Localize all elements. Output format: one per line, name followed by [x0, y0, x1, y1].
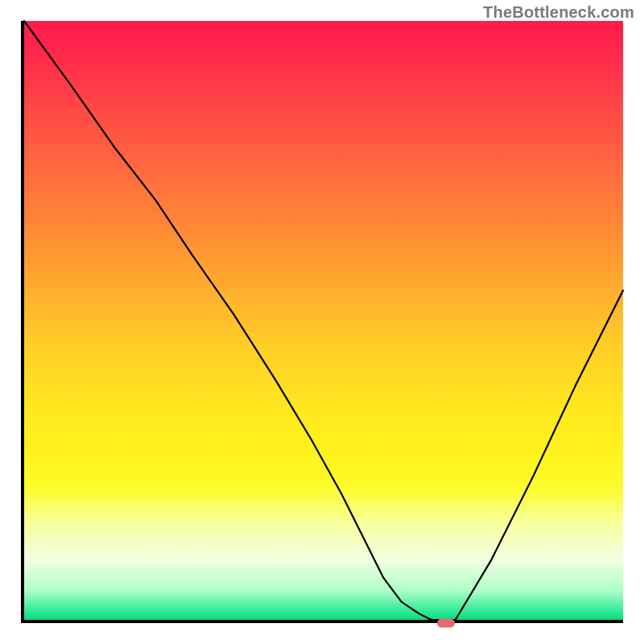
- plot-area: [21, 21, 623, 623]
- watermark-text: TheBottleneck.com: [483, 3, 634, 22]
- chart-container: TheBottleneck.com: [0, 0, 644, 644]
- optimal-marker: [437, 619, 455, 628]
- bottleneck-curve: [24, 21, 623, 620]
- curve-svg: [24, 21, 623, 620]
